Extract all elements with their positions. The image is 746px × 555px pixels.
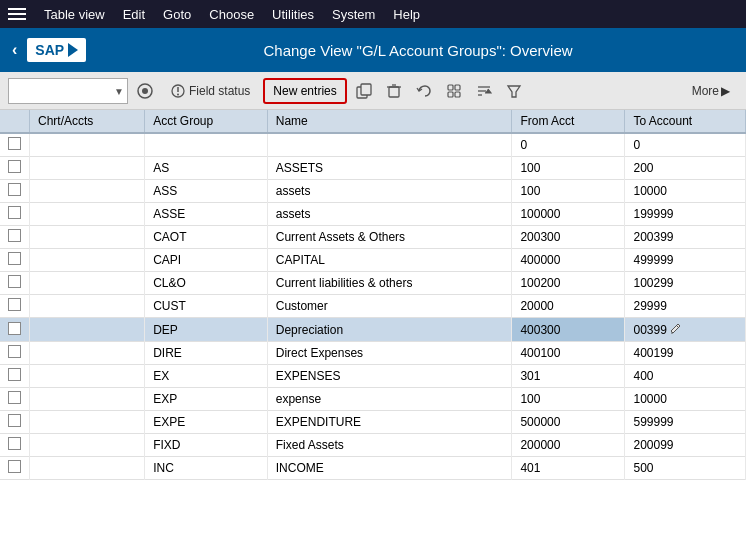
table-row[interactable]: 00 (0, 133, 746, 157)
menu-utilities[interactable]: Utilities (264, 3, 322, 26)
row-checkbox[interactable] (8, 160, 21, 173)
row-checkbox[interactable] (8, 345, 21, 358)
more-button[interactable]: More ▶ (684, 81, 738, 101)
table-row[interactable]: CAPICAPITAL400000499999 (0, 249, 746, 272)
svg-point-1 (142, 88, 148, 94)
cell-to-account: 200399 (625, 226, 746, 249)
table-row[interactable]: CL&OCurrent liabilities & others10020010… (0, 272, 746, 295)
menu-goto[interactable]: Goto (155, 3, 199, 26)
row-checkbox[interactable] (8, 252, 21, 265)
cell-to-account: 400 (625, 365, 746, 388)
copy-icon[interactable] (351, 78, 377, 104)
chart-select[interactable] (8, 78, 128, 104)
cell-to-account: 200099 (625, 434, 746, 457)
filter-icon[interactable] (501, 78, 527, 104)
cell-to-account: 10000 (625, 388, 746, 411)
table-row[interactable]: INCINCOME401500 (0, 457, 746, 480)
table-row[interactable]: ASSassets10010000 (0, 180, 746, 203)
undo-icon[interactable] (411, 78, 437, 104)
row-checkbox-cell (0, 180, 30, 203)
cell-from-acct: 100000 (512, 203, 625, 226)
row-checkbox[interactable] (8, 137, 21, 150)
cell-chrt-accts (30, 365, 145, 388)
table-row[interactable]: FIXDFixed Assets200000200099 (0, 434, 746, 457)
move-icon[interactable] (441, 78, 467, 104)
cell-to-account: 00399 (625, 318, 746, 342)
cell-to-account: 400199 (625, 342, 746, 365)
cell-to-account: 100299 (625, 272, 746, 295)
cell-acct-group: AS (145, 157, 268, 180)
dropdown-wrapper[interactable] (8, 78, 128, 104)
row-checkbox[interactable] (8, 206, 21, 219)
row-checkbox[interactable] (8, 275, 21, 288)
cell-acct-group: EX (145, 365, 268, 388)
cell-from-acct: 500000 (512, 411, 625, 434)
cell-chrt-accts (30, 249, 145, 272)
row-checkbox-cell (0, 133, 30, 157)
table-row[interactable]: DIREDirect Expenses400100400199 (0, 342, 746, 365)
hamburger-menu[interactable] (4, 4, 30, 24)
row-checkbox[interactable] (8, 414, 21, 427)
cell-to-account: 500 (625, 457, 746, 480)
cell-to-account: 0 (625, 133, 746, 157)
cell-acct-group: CL&O (145, 272, 268, 295)
row-checkbox[interactable] (8, 322, 21, 335)
menu-choose[interactable]: Choose (201, 3, 262, 26)
delete-icon[interactable] (381, 78, 407, 104)
cell-to-account: 200 (625, 157, 746, 180)
field-status-icon (171, 84, 185, 98)
cell-acct-group: CUST (145, 295, 268, 318)
cell-acct-group: EXP (145, 388, 268, 411)
cell-acct-group: FIXD (145, 434, 268, 457)
menu-edit[interactable]: Edit (115, 3, 153, 26)
customizing-icon[interactable] (132, 78, 158, 104)
table-header-row: Chrt/Accts Acct Group Name From Acct To … (0, 110, 746, 133)
table-row[interactable]: EXPexpense10010000 (0, 388, 746, 411)
cell-acct-group: EXPE (145, 411, 268, 434)
cell-to-account: 499999 (625, 249, 746, 272)
cell-chrt-accts (30, 411, 145, 434)
menu-table-view[interactable]: Table view (36, 3, 113, 26)
sap-logo-text: SAP (35, 42, 64, 58)
edit-pencil-icon[interactable] (669, 321, 683, 338)
cell-from-acct: 0 (512, 133, 625, 157)
table-row[interactable]: ASASSETS100200 (0, 157, 746, 180)
menu-system[interactable]: System (324, 3, 383, 26)
cell-from-acct: 20000 (512, 295, 625, 318)
more-label: More (692, 84, 719, 98)
sort-icon[interactable] (471, 78, 497, 104)
table-row[interactable]: EXEXPENSES301400 (0, 365, 746, 388)
row-checkbox[interactable] (8, 229, 21, 242)
row-checkbox[interactable] (8, 391, 21, 404)
row-checkbox[interactable] (8, 183, 21, 196)
toolbar: Field status New entries (0, 72, 746, 110)
cell-from-acct: 400000 (512, 249, 625, 272)
table-row[interactable]: CUSTCustomer2000029999 (0, 295, 746, 318)
back-button[interactable]: ‹ (12, 41, 17, 59)
table-row[interactable]: CAOTCurrent Assets & Others200300200399 (0, 226, 746, 249)
table-row[interactable]: EXPEEXPENDITURE500000599999 (0, 411, 746, 434)
cell-from-acct: 400300 (512, 318, 625, 342)
menu-help[interactable]: Help (385, 3, 428, 26)
row-checkbox[interactable] (8, 298, 21, 311)
cell-chrt-accts (30, 457, 145, 480)
cell-chrt-accts (30, 157, 145, 180)
field-status-button[interactable]: Field status (162, 78, 259, 104)
cell-acct-group: INC (145, 457, 268, 480)
table-row[interactable]: ASSEassets100000199999 (0, 203, 746, 226)
cell-from-acct: 400100 (512, 342, 625, 365)
cell-acct-group (145, 133, 268, 157)
cell-name: EXPENSES (267, 365, 512, 388)
cell-chrt-accts (30, 434, 145, 457)
row-checkbox[interactable] (8, 437, 21, 450)
cell-from-acct: 100 (512, 388, 625, 411)
svg-marker-17 (508, 86, 520, 97)
row-checkbox-cell (0, 411, 30, 434)
row-checkbox[interactable] (8, 368, 21, 381)
row-checkbox[interactable] (8, 460, 21, 473)
table-row[interactable]: DEPDepreciation40030000399 (0, 318, 746, 342)
cell-chrt-accts (30, 203, 145, 226)
cell-name: Depreciation (267, 318, 512, 342)
svg-rect-6 (361, 84, 371, 95)
new-entries-button[interactable]: New entries (263, 78, 346, 104)
